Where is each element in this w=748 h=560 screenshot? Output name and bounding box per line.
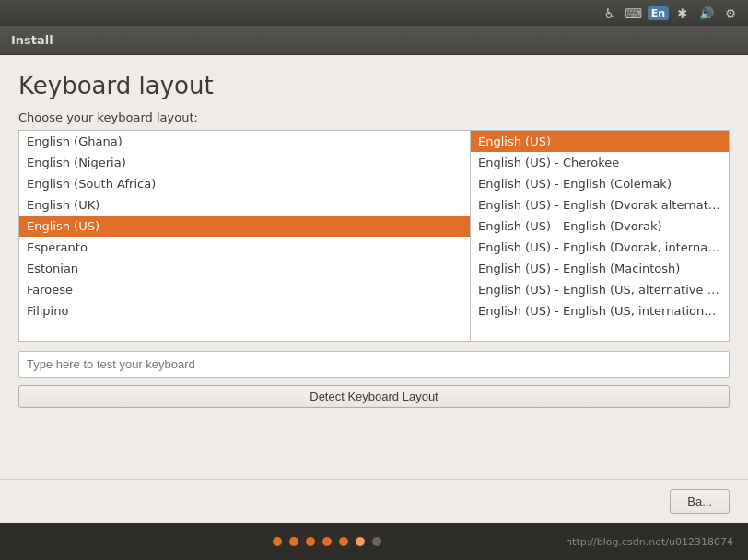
list-item[interactable]: Faroese	[19, 279, 470, 300]
variant-item[interactable]: English (US) - English (Colemak)	[471, 173, 729, 194]
footer-url: http://blog.csdn.net/u012318074	[566, 536, 733, 548]
list-item-selected[interactable]: English (US)	[19, 216, 470, 237]
list-item[interactable]: English (UK)	[19, 194, 470, 216]
choose-label: Choose your keyboard layout:	[18, 111, 730, 124]
volume-icon[interactable]: 🔊	[696, 3, 717, 23]
window-title-bar: Install	[0, 26, 748, 55]
bottom-navigation-bar: Ba...	[0, 479, 748, 523]
variant-item[interactable]: English (US) - Cherokee	[471, 152, 729, 173]
page-title: Keyboard layout	[18, 72, 730, 99]
variant-list[interactable]: English (US) English (US) - Cherokee Eng…	[471, 131, 729, 341]
variant-item[interactable]: English (US) - English (Dvorak)	[471, 216, 729, 237]
settings-icon[interactable]: ⚙	[720, 3, 741, 23]
variant-item[interactable]: English (US) - English (Dvorak alternati…	[471, 194, 729, 216]
list-item[interactable]: English (Nigeria)	[19, 152, 470, 173]
progress-dot-5	[339, 537, 348, 546]
variant-item[interactable]: English (US) - English (Macintosh)	[471, 258, 729, 279]
bluetooth-icon[interactable]: ✱	[672, 3, 693, 23]
layout-list[interactable]: English (Ghana) English (Nigeria) Englis…	[19, 131, 471, 341]
progress-dot-3	[306, 537, 315, 546]
detect-keyboard-button[interactable]: Detect Keyboard Layout	[18, 385, 730, 408]
progress-dot-2	[289, 537, 298, 546]
progress-dot-1	[273, 537, 282, 546]
test-input-container	[18, 351, 730, 378]
list-item[interactable]: Esperanto	[19, 237, 470, 258]
page-header: Keyboard layout	[0, 55, 748, 111]
variant-item[interactable]: English (US) - English (US, internationa…	[471, 300, 729, 321]
back-button[interactable]: Ba...	[670, 489, 730, 514]
lists-container: English (Ghana) English (Nigeria) Englis…	[18, 130, 730, 342]
variant-item[interactable]: English (US) - English (Dvorak, internat…	[471, 237, 729, 258]
progress-dot-4	[322, 537, 332, 546]
list-item[interactable]: English (South Africa)	[19, 173, 470, 194]
list-item[interactable]: Estonian	[19, 258, 470, 279]
window-title: Install	[11, 33, 53, 47]
top-bar: ♿ ⌨ En ✱ 🔊 ⚙	[0, 0, 748, 26]
main-content: Keyboard layout Choose your keyboard lay…	[0, 55, 748, 523]
progress-dot-7	[372, 537, 381, 546]
progress-dot-6	[356, 537, 365, 546]
variant-item[interactable]: English (US) - English (US, alternative …	[471, 279, 729, 300]
keyboard-test-input[interactable]	[18, 351, 730, 378]
progress-dots	[88, 537, 566, 546]
footer: http://blog.csdn.net/u012318074	[0, 523, 748, 560]
keyboard-icon[interactable]: ⌨	[624, 3, 644, 23]
list-item[interactable]: Filipino	[19, 300, 470, 321]
accessibility-icon[interactable]: ♿	[600, 3, 620, 23]
variant-item-selected[interactable]: English (US)	[471, 131, 729, 152]
content-area: Choose your keyboard layout: English (Gh…	[0, 111, 748, 479]
list-item[interactable]: English (Ghana)	[19, 131, 470, 152]
language-indicator[interactable]: En	[648, 6, 669, 20]
